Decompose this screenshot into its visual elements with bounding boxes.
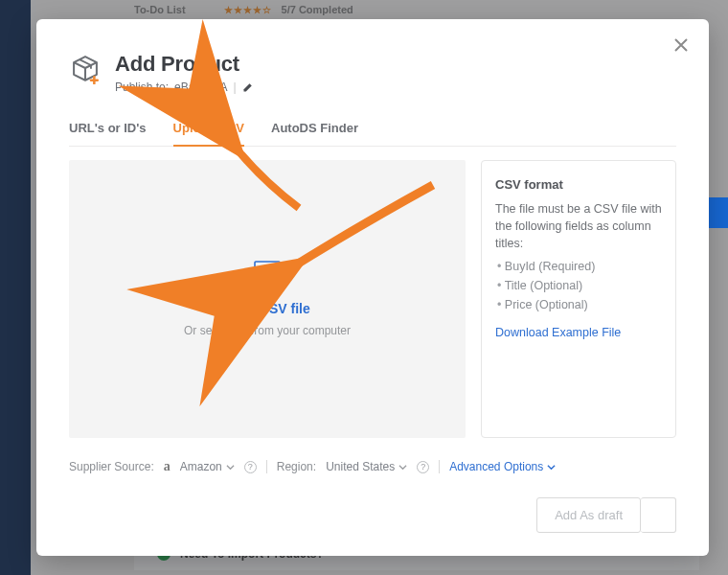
- advanced-options-label: Advanced Options: [449, 460, 543, 473]
- close-button[interactable]: [672, 36, 690, 54]
- supplier-source-label: Supplier Source:: [69, 460, 154, 473]
- file-lines-icon: [254, 261, 281, 293]
- modal-titles: Add Product Publish to: eBay USA |: [115, 52, 254, 94]
- close-icon: [672, 36, 690, 54]
- modal-title: Add Product: [115, 52, 254, 77]
- svg-rect-0: [255, 262, 280, 292]
- tab-autods-finder[interactable]: AutoDS Finder: [271, 115, 358, 146]
- supplier-source-value: Amazon: [180, 460, 222, 473]
- csv-drop-zone[interactable]: Drop CSV file Or select file from your c…: [69, 160, 466, 438]
- modal-actions: Add As draft: [69, 497, 676, 533]
- publish-to-row: Publish to: eBay USA |: [115, 80, 254, 94]
- region-select[interactable]: United States: [326, 460, 407, 473]
- annotation-arrow-2: [270, 179, 443, 294]
- tab-urls-ids[interactable]: URL's or ID's: [69, 115, 147, 146]
- add-product-modal: Add Product Publish to: eBay USA | URL's…: [36, 19, 709, 556]
- help-icon[interactable]: ?: [244, 461, 257, 473]
- region-label: Region:: [277, 460, 316, 473]
- csv-field-item: Price (Optional): [497, 296, 662, 313]
- advanced-options-link[interactable]: Advanced Options: [449, 460, 556, 473]
- package-plus-icon: [69, 52, 102, 84]
- divider: [266, 460, 267, 473]
- modal-footer: Supplier Source: a Amazon ? Region: Unit…: [69, 459, 676, 474]
- supplier-source-select[interactable]: Amazon: [180, 460, 235, 473]
- drop-title: Drop CSV file: [224, 301, 309, 316]
- tab-upload-csv[interactable]: Upload CSV: [173, 115, 244, 147]
- modal-body: Drop CSV file Or select file from your c…: [69, 160, 676, 438]
- publish-target: eBay USA: [174, 80, 227, 94]
- chevron-down-icon: [398, 463, 407, 472]
- amazon-logo-icon: a: [164, 459, 171, 474]
- edit-icon[interactable]: [242, 81, 254, 93]
- chevron-down-icon: [226, 463, 235, 472]
- tab-bar: URL's or ID's Upload CSV AutoDS Finder: [69, 115, 676, 147]
- csv-fields-list: BuyId (Required) Title (Optional) Price …: [497, 258, 662, 313]
- csv-field-item: BuyId (Required): [497, 258, 662, 275]
- chevron-down-icon: [547, 463, 556, 472]
- csv-format-heading: CSV format: [495, 176, 662, 195]
- add-as-draft-button[interactable]: Add As draft: [536, 497, 641, 533]
- publish-label: Publish to:: [115, 80, 169, 94]
- csv-format-panel: CSV format The file must be a CSV file w…: [481, 160, 676, 438]
- modal-header: Add Product Publish to: eBay USA |: [69, 52, 676, 94]
- drop-subtitle: Or select file from your computer: [184, 324, 351, 337]
- help-icon[interactable]: ?: [417, 461, 429, 473]
- csv-format-desc: The file must be a CSV file with the fol…: [495, 200, 662, 252]
- csv-field-item: Title (Optional): [497, 277, 662, 294]
- add-as-draft-split-button[interactable]: [641, 497, 676, 533]
- region-value: United States: [326, 460, 395, 473]
- download-example-link[interactable]: Download Example File: [495, 324, 662, 341]
- divider: [439, 460, 440, 473]
- bg-right-blue-tab: [709, 197, 728, 228]
- separator: |: [233, 80, 236, 94]
